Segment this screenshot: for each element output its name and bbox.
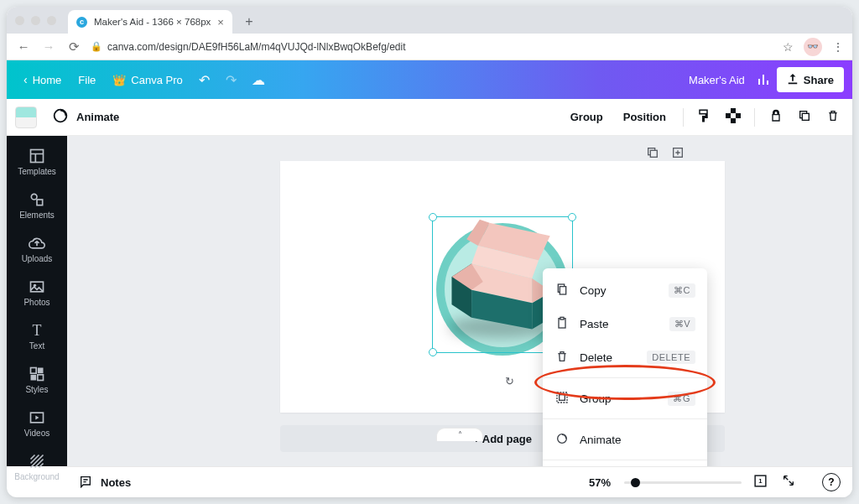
- position-button[interactable]: Position: [617, 111, 673, 123]
- svg-rect-6: [736, 118, 741, 123]
- sidebar-item-styles[interactable]: Styles: [7, 359, 67, 401]
- zoom-window-icon[interactable]: [47, 16, 56, 25]
- profile-avatar[interactable]: 👓: [804, 38, 822, 56]
- svg-rect-17: [38, 368, 44, 374]
- ctx-label: Animate: [580, 434, 622, 446]
- notes-icon[interactable]: [79, 475, 92, 491]
- sidebar-item-background[interactable]: Background: [7, 446, 67, 488]
- zoom-slider[interactable]: [624, 481, 742, 484]
- copy-icon: [554, 283, 570, 299]
- minimize-window-icon[interactable]: [31, 16, 40, 25]
- status-bar: Notes 57% 1 ?: [67, 466, 852, 497]
- zoom-thumb[interactable]: [631, 478, 640, 487]
- trash-icon[interactable]: [822, 109, 844, 126]
- canvas-area[interactable]: ↻ + Add page Copy ⌘C Paste ⌘V Delete DEL…: [67, 136, 852, 466]
- share-button[interactable]: Share: [777, 67, 844, 92]
- animate-icon[interactable]: [51, 107, 70, 128]
- cloud-sync-icon[interactable]: ☁: [245, 72, 272, 88]
- bookmark-icon[interactable]: ☆: [783, 40, 794, 54]
- resize-handle-ne[interactable]: [568, 213, 576, 221]
- file-label: File: [78, 74, 96, 86]
- tab-title: Maker's Aid - 1366 × 768px: [94, 17, 211, 27]
- sidebar-item-videos[interactable]: Videos: [7, 403, 67, 444]
- sidebar-item-label: Text: [29, 341, 44, 351]
- home-button[interactable]: ‹ Home: [15, 65, 70, 94]
- sidebar-item-elements[interactable]: Elements: [7, 184, 67, 226]
- fullscreen-icon[interactable]: [778, 474, 799, 491]
- background-icon: [29, 453, 45, 470]
- chevron-left-icon: ‹: [23, 73, 28, 86]
- transparency-icon[interactable]: [722, 108, 744, 127]
- window-controls[interactable]: [15, 7, 56, 34]
- browser-tab-bar: c Maker's Aid - 1366 × 768px × +: [7, 7, 852, 34]
- refresh-indicator[interactable]: ↻: [499, 371, 519, 391]
- ctx-delete[interactable]: Delete DELETE: [543, 340, 707, 374]
- project-name[interactable]: Maker's Aid: [689, 74, 745, 86]
- crown-icon: 👑: [112, 74, 126, 86]
- insights-icon[interactable]: [750, 73, 777, 86]
- forward-button[interactable]: →: [40, 39, 57, 54]
- ctx-paste[interactable]: Paste ⌘V: [543, 307, 707, 340]
- grid-view-icon[interactable]: 1: [750, 474, 770, 491]
- ctx-shortcut: DELETE: [647, 351, 695, 364]
- sidebar-item-label: Videos: [24, 429, 49, 438]
- help-button[interactable]: ?: [822, 473, 841, 491]
- sidebar-item-label: Styles: [25, 385, 48, 394]
- zoom-percent[interactable]: 57%: [589, 476, 611, 489]
- sidebar-item-label: Background: [14, 472, 59, 481]
- paint-roller-icon[interactable]: [694, 108, 716, 127]
- sidebar-item-label: Uploads: [22, 254, 53, 263]
- svg-rect-43: [560, 394, 565, 400]
- browser-menu-icon[interactable]: ⋮: [832, 40, 844, 54]
- canva-pro-button[interactable]: 👑 Canva Pro: [104, 65, 190, 94]
- duplicate-page-icon[interactable]: [646, 146, 659, 162]
- share-label: Share: [804, 74, 834, 86]
- sidebar-item-uploads[interactable]: Uploads: [7, 228, 67, 270]
- home-label: Home: [33, 74, 62, 86]
- svg-rect-13: [37, 200, 43, 205]
- animate-button[interactable]: Animate: [76, 111, 119, 123]
- ctx-shortcut: ⌘C: [669, 283, 695, 298]
- sidebar-item-photos[interactable]: Photos: [7, 272, 67, 314]
- close-tab-icon[interactable]: ×: [217, 16, 224, 29]
- resize-handle-nw[interactable]: [429, 213, 437, 221]
- color-swatch[interactable]: [15, 107, 37, 128]
- sidebar-item-label: Photos: [23, 298, 49, 307]
- ctx-copy[interactable]: Copy ⌘C: [543, 273, 707, 307]
- lock-icon[interactable]: [765, 109, 787, 126]
- resize-handle-sw[interactable]: [429, 348, 437, 356]
- back-button[interactable]: ←: [15, 39, 32, 54]
- page-thumbnails-toggle[interactable]: ˄: [436, 428, 483, 441]
- ctx-group[interactable]: Group ⌘G: [543, 382, 707, 415]
- divider: [754, 108, 755, 127]
- ctx-label: Delete: [580, 351, 612, 364]
- svg-rect-8: [802, 113, 809, 120]
- browser-tab[interactable]: c Maker's Aid - 1366 × 768px ×: [68, 10, 232, 34]
- sidebar-item-text[interactable]: TText: [7, 315, 67, 357]
- separator: [543, 377, 707, 378]
- svg-rect-4: [731, 113, 736, 118]
- close-window-icon[interactable]: [15, 16, 24, 25]
- url-text: canva.com/design/DAE9fH56LaM/m4qVUJQd-lN…: [107, 41, 406, 53]
- sidebar-item-templates[interactable]: Templates: [7, 141, 67, 183]
- undo-button[interactable]: ↶: [191, 72, 218, 88]
- redo-button[interactable]: ↷: [218, 72, 245, 88]
- svg-rect-19: [38, 375, 44, 381]
- duplicate-icon[interactable]: [794, 109, 815, 126]
- group-icon: [554, 391, 570, 407]
- animate-icon: [554, 432, 570, 448]
- elements-icon: [29, 191, 45, 208]
- file-menu[interactable]: File: [70, 65, 104, 94]
- add-page-icon[interactable]: [671, 146, 685, 162]
- ctx-animate[interactable]: Animate: [543, 423, 707, 456]
- reload-button[interactable]: ⟳: [65, 39, 82, 55]
- svg-rect-2: [726, 108, 731, 113]
- group-button[interactable]: Group: [564, 111, 610, 123]
- paste-icon: [554, 316, 570, 332]
- photos-icon: [29, 278, 45, 295]
- address-bar[interactable]: 🔒 canva.com/design/DAE9fH56LaM/m4qVUJQd-…: [91, 41, 774, 53]
- uploads-icon: [29, 235, 45, 252]
- notes-button[interactable]: Notes: [101, 476, 131, 489]
- new-tab-button[interactable]: +: [239, 12, 259, 32]
- sidebar-item-apps[interactable]: All your de…: [7, 490, 67, 497]
